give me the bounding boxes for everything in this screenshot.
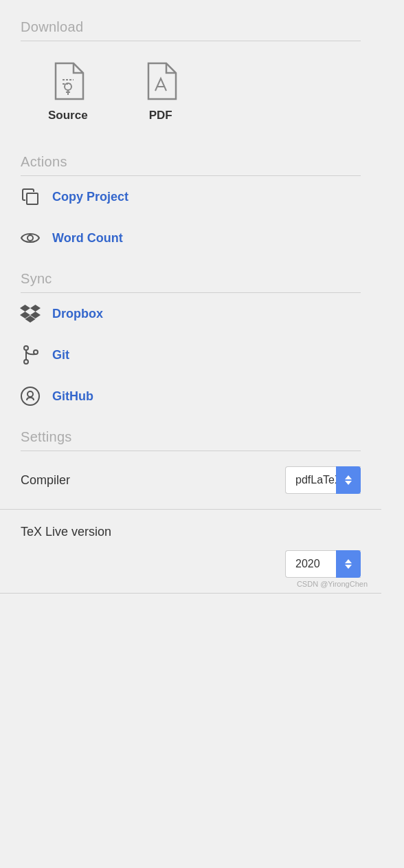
texlive-value: 2020 — [285, 550, 361, 578]
svg-marker-9 — [30, 305, 41, 312]
source-download-button[interactable]: Source — [48, 61, 88, 122]
dropbox-icon — [21, 304, 40, 323]
pdf-label: PDF — [149, 109, 172, 122]
git-button[interactable]: Git — [0, 334, 381, 376]
sync-title: Sync — [21, 271, 52, 286]
sync-area: Dropbox Git — [0, 293, 381, 417]
svg-point-15 — [34, 350, 38, 354]
dropbox-button[interactable]: Dropbox — [0, 293, 381, 334]
download-title: Download — [21, 19, 83, 34]
source-label: Source — [48, 109, 88, 122]
svg-point-7 — [27, 235, 33, 241]
actions-area: Copy Project Word Count — [0, 176, 381, 259]
svg-rect-6 — [27, 193, 38, 204]
watermark: CSDN @YirongChen — [297, 580, 368, 588]
eye-icon — [21, 228, 40, 248]
word-count-label: Word Count — [52, 231, 123, 246]
texlive-select-wrapper: 2020 — [285, 550, 361, 578]
compiler-label: Compiler — [21, 473, 70, 488]
github-icon — [21, 387, 40, 406]
svg-point-14 — [24, 360, 28, 364]
texlive-label: TeX Live version — [21, 525, 111, 539]
download-area: Source PDF — [0, 41, 381, 142]
github-label: GitHub — [52, 389, 93, 404]
settings-title: Settings — [21, 429, 72, 444]
git-label: Git — [52, 348, 69, 362]
pdf-icon — [143, 61, 179, 102]
actions-title: Actions — [21, 154, 67, 169]
compiler-value: pdfLaTeX — [285, 466, 361, 494]
copy-icon — [21, 187, 40, 206]
git-icon — [21, 345, 40, 365]
compiler-select-wrapper: pdfLaTeX — [285, 466, 361, 494]
word-count-button[interactable]: Word Count — [0, 217, 381, 259]
dropbox-label: Dropbox — [52, 307, 103, 321]
pdf-download-button[interactable]: PDF — [143, 61, 179, 122]
svg-point-18 — [27, 391, 33, 397]
copy-project-label: Copy Project — [52, 190, 128, 204]
compiler-row: Compiler pdfLaTeX — [0, 451, 381, 510]
settings-area: Compiler pdfLaTeX TeX Live version 2020 — [0, 451, 381, 594]
copy-project-button[interactable]: Copy Project — [0, 176, 381, 217]
svg-point-13 — [24, 346, 28, 350]
svg-marker-8 — [20, 305, 30, 312]
source-icon — [50, 61, 86, 102]
github-button[interactable]: GitHub — [0, 376, 381, 417]
